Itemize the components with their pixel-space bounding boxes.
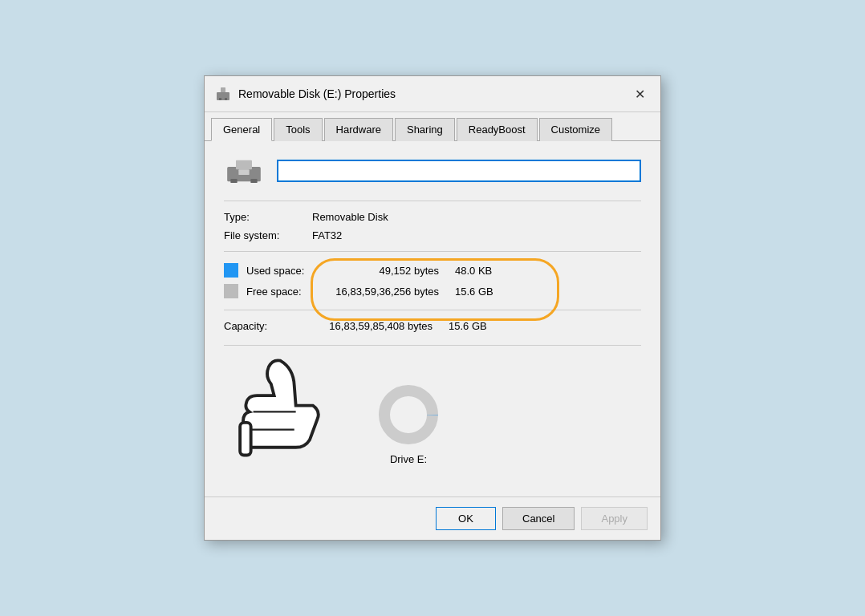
title-bar: Removable Disk (E:) Properties ✕ (205, 76, 660, 112)
tab-tools[interactable]: Tools (274, 118, 322, 141)
used-space-human: 48.0 KB (455, 265, 511, 277)
drive-icon (224, 157, 264, 184)
tab-sharing[interactable]: Sharing (395, 118, 455, 141)
free-space-label: Free space: (246, 286, 319, 298)
thumbs-up-icon (224, 353, 352, 465)
tab-readyboost[interactable]: ReadyBoost (457, 118, 538, 141)
visual-section: Drive E: (224, 345, 641, 465)
free-space-indicator (224, 284, 238, 298)
drive-label: Drive E: (390, 453, 427, 465)
header-row (224, 157, 641, 184)
free-space-human: 15.6 GB (455, 286, 511, 298)
used-space-row: Used space: 49,152 bytes 48.0 KB (224, 263, 641, 278)
tab-customize[interactable]: Customize (539, 118, 612, 141)
disk-visual: Drive E: (376, 383, 441, 465)
used-space-bytes: 49,152 bytes (319, 265, 455, 277)
capacity-bytes: 16,83,59,85,408 bytes (312, 320, 449, 332)
properties-dialog: Removable Disk (E:) Properties ✕ General… (204, 75, 661, 541)
free-space-row: Free space: 16,83,59,36,256 bytes 15.6 G… (224, 284, 641, 298)
svg-rect-3 (225, 98, 227, 100)
divider-1 (224, 201, 641, 201)
window-title: Removable Disk (E:) Properties (238, 87, 396, 100)
type-value: Removable Disk (312, 211, 388, 223)
svg-rect-6 (230, 179, 237, 183)
svg-rect-9 (240, 423, 251, 456)
filesystem-value: FAT32 (312, 229, 342, 241)
close-button[interactable]: ✕ (628, 83, 651, 105)
type-label: Type: (224, 211, 312, 223)
capacity-human: 15.6 GB (449, 320, 487, 332)
tab-bar: General Tools Hardware Sharing ReadyBoos… (205, 112, 660, 141)
type-row: Type: Removable Disk (224, 211, 641, 223)
tab-hardware[interactable]: Hardware (324, 118, 393, 141)
space-section: Used space: 49,152 bytes 48.0 KB Free sp… (224, 263, 641, 298)
title-drive-icon (214, 87, 232, 100)
svg-rect-2 (219, 98, 221, 100)
filesystem-label: File system: (224, 229, 312, 241)
used-space-label: Used space: (246, 265, 319, 277)
svg-rect-8 (238, 169, 249, 175)
title-bar-left: Removable Disk (E:) Properties (214, 87, 396, 100)
divider-2 (224, 251, 641, 252)
svg-rect-1 (221, 87, 225, 92)
apply-button[interactable]: Apply (581, 507, 648, 530)
capacity-label: Capacity: (224, 320, 312, 332)
divider-3 (224, 310, 641, 310)
footer: OK Cancel Apply (205, 496, 660, 540)
svg-rect-0 (217, 92, 229, 100)
tab-general[interactable]: General (211, 118, 272, 141)
filesystem-row: File system: FAT32 (224, 229, 641, 241)
content-area: Type: Removable Disk File system: FAT32 … (205, 141, 660, 496)
cancel-button[interactable]: Cancel (502, 507, 575, 530)
used-space-indicator (224, 263, 238, 278)
svg-rect-7 (250, 179, 257, 183)
free-space-bytes: 16,83,59,36,256 bytes (319, 286, 455, 298)
svg-rect-5 (236, 160, 252, 170)
disk-donut-chart (376, 383, 441, 447)
svg-point-14 (396, 402, 421, 428)
capacity-row: Capacity: 16,83,59,85,408 bytes 15.6 GB (224, 320, 641, 332)
disk-name-input[interactable] (277, 160, 641, 182)
ok-button[interactable]: OK (436, 507, 496, 530)
